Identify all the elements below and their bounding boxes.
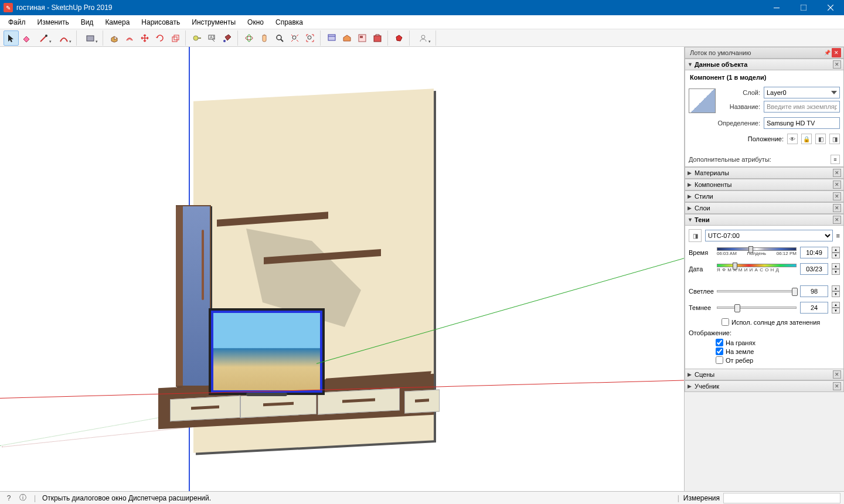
menu-file[interactable]: Файл xyxy=(2,15,32,29)
shadows-detail-icon[interactable]: ≡ xyxy=(836,232,840,239)
paint-tool[interactable] xyxy=(220,30,235,46)
zoom-tool[interactable] xyxy=(272,30,287,46)
tray-titlebar[interactable]: Лоток по умолчанию 📌 ✕ xyxy=(685,47,844,59)
close-button[interactable] xyxy=(817,0,844,15)
menu-view[interactable]: Вид xyxy=(75,15,100,29)
toggle-shadows-icon[interactable]: ◧ xyxy=(815,134,826,144)
menu-camera[interactable]: Камера xyxy=(99,15,135,29)
close-icon[interactable]: ✕ xyxy=(833,60,841,69)
date-slider[interactable]: Я Ф М А М И И А С О Н Д xyxy=(717,264,797,274)
close-icon[interactable]: ✕ xyxy=(833,382,841,390)
arc-tool[interactable] xyxy=(54,30,74,46)
dark-input[interactable] xyxy=(800,302,828,314)
expand-attributes-icon[interactable]: ≡ xyxy=(831,155,840,164)
menu-tools[interactable]: Инструменты xyxy=(186,15,241,29)
spin-down-icon[interactable]: ▼ xyxy=(832,308,840,314)
app-icon: ✎ xyxy=(4,3,13,12)
svg-rect-4 xyxy=(172,37,177,42)
timezone-select[interactable]: UTC-07:00 xyxy=(705,230,833,241)
offset-tool[interactable] xyxy=(122,30,137,46)
date-input[interactable] xyxy=(800,263,828,275)
viewport-3d[interactable] xyxy=(0,47,685,491)
light-input[interactable] xyxy=(800,285,828,297)
sun-shading-checkbox[interactable] xyxy=(722,318,729,326)
instance-name-input[interactable] xyxy=(764,101,840,113)
orbit-tool[interactable] xyxy=(241,30,257,46)
spin-down-icon[interactable]: ▼ xyxy=(832,291,840,297)
spin-down-icon[interactable]: ▼ xyxy=(832,253,840,258)
selected-tv-component[interactable] xyxy=(211,311,322,393)
select-tool[interactable] xyxy=(4,30,19,46)
close-icon[interactable]: ✕ xyxy=(832,48,841,57)
menu-draw[interactable]: Нарисовать xyxy=(135,15,186,29)
rectangle-tool[interactable] xyxy=(80,30,100,46)
titlebar: ✎ гостиная - SketchUp Pro 2019 xyxy=(0,0,844,15)
shadows-toggle-icon[interactable]: ◨ xyxy=(689,229,702,242)
pushpull-tool[interactable] xyxy=(107,30,122,46)
section-tutor[interactable]: ▶Учебник✕ xyxy=(685,380,844,392)
light-slider[interactable] xyxy=(717,290,797,292)
text-tool[interactable]: A1 xyxy=(205,30,220,46)
ground-checkbox[interactable] xyxy=(716,348,723,355)
scale-tool[interactable] xyxy=(168,30,183,46)
user-tool[interactable] xyxy=(413,30,433,46)
menu-window[interactable]: Окно xyxy=(241,15,270,29)
toggle-lock-icon[interactable]: 🔒 xyxy=(801,134,812,144)
pin-icon[interactable]: 📌 xyxy=(822,48,832,57)
extensions-warehouse-tool[interactable] xyxy=(370,30,385,46)
definition-input[interactable] xyxy=(764,117,840,129)
menu-edit[interactable]: Изменить xyxy=(32,15,75,29)
3dwarehouse-tool[interactable] xyxy=(339,30,355,46)
section-components[interactable]: ▶Компоненты✕ xyxy=(685,179,844,190)
rotate-tool[interactable] xyxy=(152,30,168,46)
layout-tool[interactable] xyxy=(355,30,370,46)
close-icon[interactable]: ✕ xyxy=(833,181,841,189)
close-icon[interactable]: ✕ xyxy=(833,204,841,212)
svg-point-19 xyxy=(421,35,425,39)
close-icon[interactable]: ✕ xyxy=(833,192,841,200)
ruby-tool[interactable] xyxy=(392,30,407,46)
tape-tool[interactable] xyxy=(189,30,205,46)
maximize-button[interactable] xyxy=(790,0,817,15)
component-tool[interactable] xyxy=(324,30,339,46)
close-icon[interactable]: ✕ xyxy=(833,216,841,224)
section-styles[interactable]: ▶Стили✕ xyxy=(685,190,844,202)
model-wall-unit[interactable] xyxy=(170,88,440,445)
layer-label: Слой: xyxy=(719,89,760,96)
time-slider[interactable]: 06:03 AMПолдень06:12 PM xyxy=(717,247,797,258)
edges-checkbox[interactable] xyxy=(716,356,723,364)
menu-help[interactable]: Справка xyxy=(270,15,309,29)
faces-checkbox[interactable] xyxy=(716,339,723,346)
pan-tool[interactable] xyxy=(257,30,272,46)
section-materials[interactable]: ▶Материалы✕ xyxy=(685,167,844,179)
info-icon[interactable]: ⓘ xyxy=(18,493,28,503)
close-icon[interactable]: ✕ xyxy=(833,169,841,177)
measurements-label: Измерения xyxy=(683,494,720,502)
svg-point-10 xyxy=(246,36,253,40)
zoom-window-tool[interactable] xyxy=(302,30,318,46)
measurements-input[interactable] xyxy=(723,493,840,503)
section-entity-info[interactable]: ▼Данные объекта✕ xyxy=(685,59,844,70)
close-icon[interactable]: ✕ xyxy=(833,370,841,379)
toggle-visible-icon[interactable]: 👁 xyxy=(787,134,798,144)
zoom-extents-tool[interactable] xyxy=(287,30,302,46)
spin-up-icon[interactable]: ▲ xyxy=(832,285,840,291)
toggle-cast-icon[interactable]: ◨ xyxy=(829,134,840,144)
definition-label: Определение: xyxy=(689,120,760,127)
help-icon[interactable]: ? xyxy=(4,493,14,503)
line-tool[interactable] xyxy=(34,30,54,46)
spin-down-icon[interactable]: ▼ xyxy=(832,269,840,275)
dark-slider[interactable] xyxy=(717,307,797,309)
spin-up-icon[interactable]: ▲ xyxy=(832,302,840,308)
minimize-button[interactable] xyxy=(763,0,790,15)
default-tray: Лоток по умолчанию 📌 ✕ ▼Данные объекта✕ … xyxy=(685,47,844,491)
section-scenes[interactable]: ▶Сцены✕ xyxy=(685,369,844,380)
section-layers[interactable]: ▶Слои✕ xyxy=(685,202,844,214)
layer-select[interactable]: Layer0 xyxy=(764,87,840,98)
spin-up-icon[interactable]: ▲ xyxy=(832,263,840,269)
section-shadows[interactable]: ▼Тени✕ xyxy=(685,214,844,226)
spin-up-icon[interactable]: ▲ xyxy=(832,247,840,253)
move-tool[interactable] xyxy=(137,30,152,46)
time-input[interactable] xyxy=(800,247,828,258)
eraser-tool[interactable] xyxy=(19,30,34,46)
